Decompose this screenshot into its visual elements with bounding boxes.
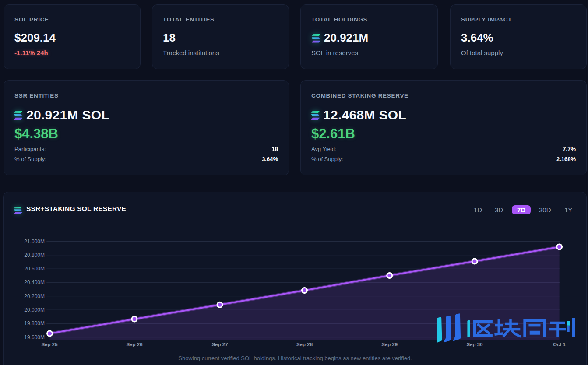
svg-text:20.200M: 20.200M	[24, 293, 45, 299]
svg-text:20.800M: 20.800M	[24, 252, 45, 258]
svg-text:19.600M: 19.600M	[24, 334, 45, 340]
svg-text:21.000M: 21.000M	[24, 239, 45, 245]
svg-text:20.400M: 20.400M	[24, 279, 45, 285]
svg-text:Showing current verified SOL h: Showing current verified SOL holdings. H…	[178, 355, 412, 361]
svg-text:Sep 27: Sep 27	[211, 342, 228, 347]
svg-text:Sep 29: Sep 29	[381, 342, 398, 347]
svg-text:Sep 28: Sep 28	[296, 342, 313, 347]
svg-text:Sep 26: Sep 26	[126, 342, 142, 347]
svg-text:Sep 25: Sep 25	[41, 342, 58, 347]
svg-text:20.600M: 20.600M	[24, 266, 45, 272]
svg-text:19.800M: 19.800M	[24, 320, 45, 326]
svg-text:20.000M: 20.000M	[24, 307, 45, 313]
